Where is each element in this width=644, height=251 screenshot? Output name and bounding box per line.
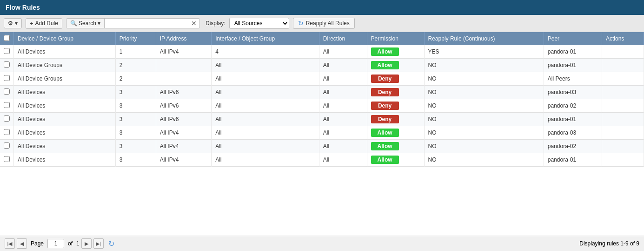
row-device: All Devices — [14, 153, 116, 167]
page-input[interactable] — [47, 239, 64, 248]
row-interface: All — [212, 72, 319, 86]
next-page-button[interactable]: ▶ — [81, 238, 92, 249]
permission-badge: Allow — [371, 129, 399, 137]
row-ip-address: All IPv4 — [156, 126, 212, 140]
row-checkbox-cell — [0, 140, 14, 153]
table-container: Device / Device Group Priority IP Addres… — [0, 32, 644, 236]
display-info: Displaying rules 1-9 of 9 — [579, 240, 639, 247]
permission-badge: Deny — [371, 102, 399, 110]
permission-badge: Allow — [371, 156, 399, 164]
reapply-icon: ↻ — [298, 20, 304, 27]
row-checkbox[interactable] — [4, 129, 10, 135]
row-priority: 3 — [115, 153, 156, 167]
row-checkbox-cell — [0, 86, 14, 99]
row-peer: pandora-02 — [544, 99, 602, 113]
row-actions — [602, 113, 644, 126]
row-peer: pandora-01 — [544, 153, 602, 167]
row-ip-address: All IPv4 — [156, 153, 212, 167]
row-permission: Deny — [367, 99, 424, 113]
footer: |◀ ◀ Page of 1 ▶ ▶| ↻ Displaying rules 1… — [0, 236, 644, 251]
row-ip-address — [156, 59, 212, 72]
row-reapply: NO — [424, 59, 544, 72]
row-device: All Device Groups — [14, 59, 116, 72]
row-checkbox[interactable] — [4, 75, 10, 81]
row-priority: 3 — [115, 86, 156, 99]
row-peer: pandora-01 — [544, 45, 602, 59]
toolbar: ⚙ ▾ + Add Rule 🔍 Search ▾ ✕ Display: All… — [0, 15, 644, 32]
row-checkbox[interactable] — [4, 142, 10, 149]
table-row: All Devices3All IPv4AllAllAllowNOpandora… — [0, 126, 644, 140]
row-priority: 3 — [115, 126, 156, 140]
add-rule-button[interactable]: + Add Rule — [26, 18, 62, 29]
row-device: All Device Groups — [14, 72, 116, 86]
row-checkbox-cell — [0, 153, 14, 167]
search-dropdown-button[interactable]: 🔍 Search ▾ — [66, 19, 105, 28]
table-row: All Devices3All IPv6AllAllDenyNOpandora-… — [0, 99, 644, 113]
permission-badge: Allow — [371, 142, 399, 150]
table-row: All Devices3All IPv6AllAllDenyNOpandora-… — [0, 113, 644, 126]
row-checkbox[interactable] — [4, 156, 10, 162]
page-label: Page — [31, 240, 44, 247]
row-interface: All — [212, 59, 319, 72]
row-checkbox[interactable] — [4, 48, 10, 54]
row-device: All Devices — [14, 126, 116, 140]
table-row: All Device Groups2AllAllDenyNOAll Peers — [0, 72, 644, 86]
row-direction: All — [319, 153, 367, 167]
row-device: All Devices — [14, 86, 116, 99]
display-select[interactable]: All Sources Selected Sources — [229, 18, 289, 29]
col-reapply-rule: Reapply Rule (Continuous) — [424, 32, 544, 45]
flow-rules-table: Device / Device Group Priority IP Addres… — [0, 32, 644, 167]
refresh-icon[interactable]: ↻ — [108, 239, 114, 248]
row-permission: Allow — [367, 59, 424, 72]
row-permission: Allow — [367, 140, 424, 153]
row-reapply: NO — [424, 113, 544, 126]
reapply-all-button[interactable]: ↻ Reapply All Rules — [293, 18, 355, 29]
row-peer: pandora-01 — [544, 113, 602, 126]
row-direction: All — [319, 126, 367, 140]
row-direction: All — [319, 59, 367, 72]
search-input[interactable] — [105, 19, 188, 28]
row-checkbox-cell — [0, 45, 14, 59]
row-peer: pandora-01 — [544, 59, 602, 72]
table-body: All Devices1All IPv44AllAllowYESpandora-… — [0, 45, 644, 167]
gear-button[interactable]: ⚙ ▾ — [4, 18, 22, 28]
reapply-label: Reapply All Rules — [306, 20, 350, 27]
last-page-button[interactable]: ▶| — [93, 238, 104, 249]
row-reapply: NO — [424, 86, 544, 99]
row-reapply: NO — [424, 140, 544, 153]
row-ip-address: All IPv4 — [156, 45, 212, 59]
row-priority: 1 — [115, 45, 156, 59]
row-peer: pandora-02 — [544, 140, 602, 153]
col-device: Device / Device Group — [14, 32, 116, 45]
prev-page-button[interactable]: ◀ — [17, 238, 27, 249]
permission-badge: Deny — [371, 75, 399, 83]
row-checkbox[interactable] — [4, 115, 10, 122]
row-permission: Deny — [367, 113, 424, 126]
row-priority: 2 — [115, 59, 156, 72]
plus-icon: + — [30, 20, 33, 27]
row-interface: All — [212, 99, 319, 113]
first-page-button[interactable]: |◀ — [5, 238, 15, 249]
permission-badge: Allow — [371, 47, 399, 56]
col-checkbox — [0, 32, 14, 45]
col-ip-address: IP Address — [156, 32, 212, 45]
row-permission: Allow — [367, 126, 424, 140]
row-checkbox[interactable] — [4, 88, 10, 95]
row-checkbox[interactable] — [4, 102, 10, 108]
row-interface: All — [212, 126, 319, 140]
col-actions: Actions — [602, 32, 644, 45]
col-direction: Direction — [319, 32, 367, 45]
search-clear-button[interactable]: ✕ — [188, 19, 199, 28]
row-checkbox[interactable] — [4, 61, 10, 68]
row-peer: pandora-03 — [544, 86, 602, 99]
row-ip-address: All IPv6 — [156, 86, 212, 99]
select-all-checkbox[interactable] — [4, 35, 10, 41]
table-row: All Device Groups2AllAllAllowNOpandora-0… — [0, 59, 644, 72]
row-direction: All — [319, 86, 367, 99]
row-actions — [602, 86, 644, 99]
row-interface: 4 — [212, 45, 319, 59]
row-ip-address: All IPv6 — [156, 113, 212, 126]
table-row: All Devices3All IPv4AllAllAllowNOpandora… — [0, 140, 644, 153]
page-total: 1 — [76, 240, 80, 247]
permission-badge: Allow — [371, 61, 399, 69]
